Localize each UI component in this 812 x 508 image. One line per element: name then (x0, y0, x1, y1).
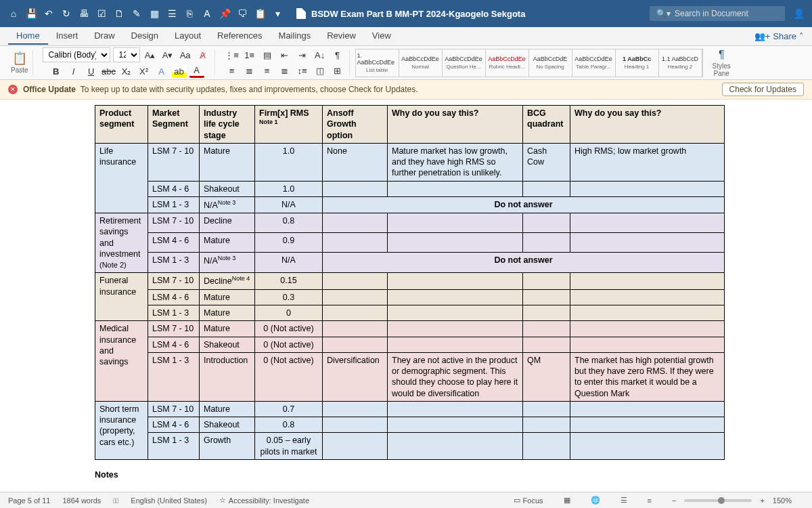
save-icon[interactable]: 💾 (26, 8, 37, 19)
home-icon[interactable]: ⌂ (8, 8, 19, 19)
close-icon[interactable]: ✕ (8, 85, 18, 94)
menu-tab-review[interactable]: Review (319, 28, 364, 45)
line-spacing-icon[interactable]: ↕≡ (295, 64, 310, 77)
chevron-up-icon: ˄ (799, 31, 804, 41)
grow-font-icon[interactable]: A▴ (143, 48, 158, 62)
segment-cell: LSM 1 - 3 (148, 352, 200, 401)
menu-tab-mailings[interactable]: Mailings (271, 28, 319, 45)
highlight-icon[interactable]: ab (172, 64, 187, 78)
spellcheck-icon[interactable]: 🖉̸ (113, 496, 118, 505)
clipboard-icon[interactable]: 📋 (254, 8, 265, 19)
subscript-button[interactable]: X₂ (119, 64, 134, 78)
pen-icon[interactable]: ✎ (131, 8, 142, 19)
styles-gallery[interactable]: 1. AaBbCcDdEeList tableAaBbCcDdEeNormalA… (355, 49, 703, 77)
menu-tab-draw[interactable]: Draw (86, 28, 122, 45)
print-icon[interactable]: 🖶 (78, 8, 89, 19)
underline-button[interactable]: U (84, 64, 99, 78)
style-rubric-headi-[interactable]: AaBbCcDdEeRubric Headi... (486, 49, 529, 77)
inc-indent-icon[interactable]: ⇥ (295, 48, 310, 62)
style-heading-2[interactable]: 1.1 AaBbCcDHeading 2 (659, 49, 702, 77)
style-normal[interactable]: AaBbCcDdEeNormal (399, 49, 443, 77)
zoom-slider[interactable] (684, 499, 752, 502)
check-icon[interactable]: ☑ (96, 8, 107, 19)
superscript-button[interactable]: X² (137, 64, 152, 78)
share-button[interactable]: 👥+ Share ˄ (754, 31, 804, 41)
styles-pane-group[interactable]: ¶ Styles Pane (708, 50, 735, 75)
font-color-icon[interactable]: A (189, 64, 204, 78)
justify-icon[interactable]: ≣ (277, 64, 292, 77)
web-layout-icon[interactable]: 🌐 (591, 496, 600, 505)
product-cell: Short term insurance (property, cars etc… (95, 401, 148, 459)
pin-icon[interactable]: 📌 (219, 8, 230, 19)
change-case-icon[interactable]: Aa (178, 48, 193, 62)
accessibility-indicator[interactable]: ☆Accessibility: Investigate (219, 496, 309, 505)
paragraph-mark-icon[interactable]: ¶ (330, 48, 345, 62)
document-canvas[interactable]: Product segmentMarket SegmentIndustry li… (0, 100, 812, 482)
menu-tab-references[interactable]: References (209, 28, 270, 45)
copy-icon[interactable]: ⎘ (184, 8, 195, 19)
align-center-icon[interactable]: ≣ (242, 64, 257, 77)
bullets-icon[interactable]: ⋮≡ (225, 48, 240, 62)
shrink-font-icon[interactable]: A▾ (160, 48, 175, 62)
why2-cell: High RMS; low market growth (570, 143, 725, 181)
style-heading-1[interactable]: 1 AaBbCcHeading 1 (616, 49, 659, 77)
list-icon[interactable]: ☰ (166, 8, 177, 19)
analysis-table[interactable]: Product segmentMarket SegmentIndustry li… (95, 105, 725, 460)
sort-icon[interactable]: A↓ (313, 48, 328, 62)
paste-icon[interactable]: 📋 (13, 51, 26, 65)
font-name-select[interactable]: Calibri (Body) (43, 47, 110, 62)
language-indicator[interactable]: English (United States) (131, 496, 207, 505)
menu-tab-insert[interactable]: Insert (48, 28, 87, 45)
style-question-he-[interactable]: AaBbCcDdEeQuestion He... (443, 49, 486, 77)
style-table-paragr-[interactable]: AaBbCcDdEeTable Paragr... (572, 49, 616, 77)
stage-cell: Mature (200, 305, 255, 321)
bold-button[interactable]: B (49, 64, 64, 78)
outline-icon[interactable]: ☰ (621, 496, 627, 505)
zoom-level[interactable]: 150% (773, 496, 792, 505)
stage-cell: Mature (200, 143, 255, 181)
search-input[interactable]: 🔍▾ Search in Document (650, 6, 785, 21)
rms-cell: N/A (255, 253, 323, 273)
text-effects-icon[interactable]: A (154, 64, 169, 78)
redo-icon[interactable]: ↻ (61, 8, 72, 19)
style-no-spacing[interactable]: AaBbCcDdENo Spacing (529, 49, 572, 77)
ansoff-cell (323, 401, 388, 417)
zoom-in-button[interactable]: + (760, 496, 764, 505)
down-icon[interactable]: ▾ (272, 8, 283, 19)
text-icon[interactable]: A (202, 8, 212, 19)
font-size-select[interactable]: 12 (113, 47, 140, 62)
menu-tab-layout[interactable]: Layout (166, 28, 209, 45)
menu-tab-view[interactable]: View (364, 28, 399, 45)
why2-cell (570, 417, 725, 433)
segment-cell: LSM 1 - 3 (148, 196, 200, 213)
numbering-icon[interactable]: 1≡ (242, 48, 257, 62)
undo-icon[interactable]: ↶ (43, 8, 54, 19)
draft-icon[interactable]: ≡ (648, 496, 652, 505)
multilevel-icon[interactable]: ▤ (260, 48, 275, 62)
menu-tab-design[interactable]: Design (123, 28, 166, 45)
zoom-out-button[interactable]: − (672, 496, 676, 505)
bcg-cell (523, 213, 570, 233)
page-indicator[interactable]: Page 5 of 11 (8, 496, 50, 505)
bcg-cell (523, 337, 570, 352)
check-updates-button[interactable]: Check for Updates (722, 83, 804, 96)
italic-button[interactable]: I (66, 64, 81, 78)
shading-icon[interactable]: ◫ (313, 64, 328, 77)
menu-tab-home[interactable]: Home (8, 28, 48, 45)
word-count[interactable]: 1864 words (62, 496, 101, 505)
clear-format-icon[interactable]: A̷ (196, 48, 210, 62)
align-left-icon[interactable]: ≡ (225, 64, 240, 77)
print-layout-icon[interactable]: ▦ (564, 496, 570, 505)
why1-cell: They are not active in the product or de… (388, 352, 523, 401)
user-icon[interactable]: 👤 (793, 8, 804, 19)
align-right-icon[interactable]: ≡ (260, 64, 275, 77)
dec-indent-icon[interactable]: ⇤ (277, 48, 292, 62)
new-file-icon[interactable]: 🗋 (114, 8, 125, 19)
grid-icon[interactable]: ▦ (149, 8, 160, 19)
focus-mode-button[interactable]: ▭Focus (514, 496, 543, 505)
style-list-table[interactable]: 1. AaBbCcDdEeList table (356, 49, 399, 77)
styles-pane-icon[interactable]: ¶ (715, 49, 728, 61)
borders-icon[interactable]: ⊞ (330, 64, 345, 77)
strike-button[interactable]: abc (102, 64, 116, 78)
comment-icon[interactable]: 🗨 (237, 8, 248, 19)
